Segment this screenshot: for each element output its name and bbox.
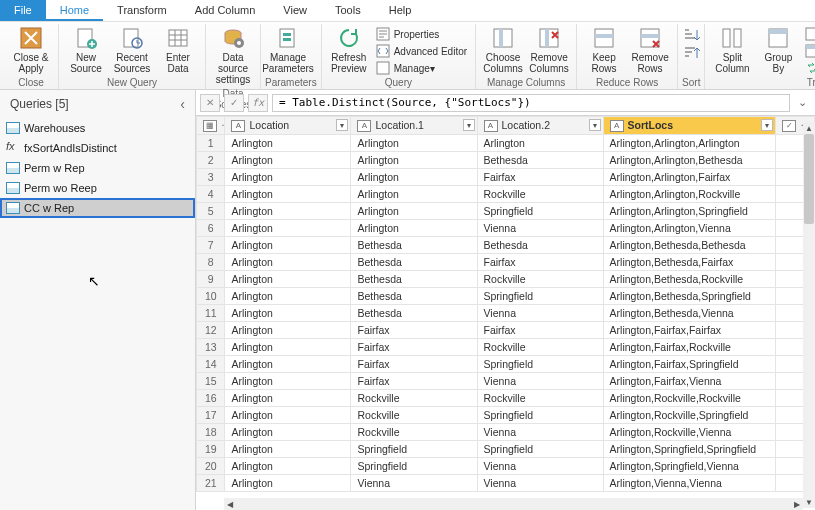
query-item-perm-w-rep[interactable]: Perm w Rep bbox=[0, 158, 195, 178]
cell[interactable]: Arlington bbox=[225, 220, 351, 237]
col-header-location-2[interactable]: ALocation.2▾ bbox=[477, 117, 603, 135]
filter-dropdown-icon[interactable]: ▾ bbox=[336, 119, 348, 131]
cell[interactable]: Rockville bbox=[477, 339, 603, 356]
data-type-button[interactable]: Data Type: Text ▾ bbox=[801, 26, 815, 42]
cell[interactable]: Arlington bbox=[351, 186, 477, 203]
table-row[interactable]: 19ArlingtonSpringfieldSpringfieldArlingt… bbox=[197, 441, 815, 458]
cell[interactable]: Vienna bbox=[477, 373, 603, 390]
cell[interactable]: Arlington bbox=[225, 475, 351, 492]
first-row-headers-button[interactable]: Use First Row as Headers ▾ bbox=[801, 43, 815, 59]
cell[interactable]: Rockville bbox=[351, 424, 477, 441]
col-header-location-1[interactable]: ALocation.1▾ bbox=[351, 117, 477, 135]
remove-columns-button[interactable]: Remove Columns bbox=[526, 24, 572, 76]
cell[interactable]: Vienna bbox=[477, 475, 603, 492]
cell[interactable]: Rockville bbox=[477, 271, 603, 288]
cell[interactable]: Arlington,Arlington,Bethesda bbox=[603, 152, 776, 169]
cell[interactable]: Fairfax bbox=[477, 254, 603, 271]
cell[interactable]: Arlington bbox=[225, 271, 351, 288]
filter-dropdown-icon[interactable]: ▾ bbox=[589, 119, 601, 131]
cell[interactable]: Arlington,Vienna,Vienna bbox=[603, 475, 776, 492]
tab-add-column[interactable]: Add Column bbox=[181, 0, 270, 21]
query-item-perm-wo-reep[interactable]: Perm wo Reep bbox=[0, 178, 195, 198]
cell[interactable]: Fairfax bbox=[351, 339, 477, 356]
replace-values-button[interactable]: Replace Values bbox=[801, 60, 815, 76]
cell[interactable]: Springfield bbox=[351, 441, 477, 458]
cell[interactable]: Arlington bbox=[225, 186, 351, 203]
remove-rows-button[interactable]: Remove Rows bbox=[627, 24, 673, 76]
scroll-right-icon[interactable]: ▶ bbox=[791, 498, 803, 510]
cell[interactable]: Arlington bbox=[225, 305, 351, 322]
enter-data-button[interactable]: Enter Data bbox=[155, 24, 201, 76]
recent-sources-button[interactable]: Recent Sources bbox=[109, 24, 155, 76]
cell[interactable]: Springfield bbox=[477, 407, 603, 424]
cell[interactable]: Arlington,Arlington,Fairfax bbox=[603, 169, 776, 186]
cell[interactable]: Arlington,Bethesda,Fairfax bbox=[603, 254, 776, 271]
scroll-thumb[interactable] bbox=[804, 134, 814, 224]
refresh-preview-button[interactable]: Refresh Preview bbox=[326, 24, 372, 76]
cell[interactable]: Springfield bbox=[477, 441, 603, 458]
query-item-cc-w-rep[interactable]: CC w Rep bbox=[0, 198, 195, 218]
horizontal-scrollbar[interactable]: ◀ ▶ bbox=[224, 498, 803, 510]
cell[interactable]: Arlington bbox=[225, 424, 351, 441]
close-apply-button[interactable]: Close & Apply bbox=[8, 24, 54, 76]
cell[interactable]: Arlington,Fairfax,Rockville bbox=[603, 339, 776, 356]
cell[interactable]: Arlington,Fairfax,Springfield bbox=[603, 356, 776, 373]
cell[interactable]: Arlington,Arlington,Vienna bbox=[603, 220, 776, 237]
cell[interactable]: Arlington,Rockville,Springfield bbox=[603, 407, 776, 424]
cell[interactable]: Arlington bbox=[225, 356, 351, 373]
cell[interactable]: Arlington,Bethesda,Rockville bbox=[603, 271, 776, 288]
cell[interactable]: Arlington,Arlington,Rockville bbox=[603, 186, 776, 203]
cell[interactable]: Arlington,Rockville,Vienna bbox=[603, 424, 776, 441]
cell[interactable]: Springfield bbox=[477, 356, 603, 373]
formula-input[interactable] bbox=[272, 94, 790, 112]
cell[interactable]: Bethesda bbox=[351, 237, 477, 254]
tab-file[interactable]: File bbox=[0, 0, 46, 21]
tab-tools[interactable]: Tools bbox=[321, 0, 375, 21]
cell[interactable]: Arlington,Arlington,Springfield bbox=[603, 203, 776, 220]
table-row[interactable]: 13ArlingtonFairfaxRockvilleArlington,Fai… bbox=[197, 339, 815, 356]
cell[interactable]: Bethesda bbox=[477, 152, 603, 169]
formula-commit-button[interactable]: ✓ bbox=[224, 94, 244, 112]
cell[interactable]: Bethesda bbox=[477, 237, 603, 254]
manage-parameters-button[interactable]: Manage Parameters bbox=[265, 24, 311, 76]
table-row[interactable]: 3ArlingtonArlingtonFairfaxArlington,Arli… bbox=[197, 169, 815, 186]
split-column-button[interactable]: Split Column bbox=[709, 24, 755, 76]
vertical-scrollbar[interactable]: ▲ ▼ bbox=[803, 134, 815, 496]
table-row[interactable]: 14ArlingtonFairfaxSpringfieldArlington,F… bbox=[197, 356, 815, 373]
cell[interactable]: Arlington bbox=[225, 135, 351, 152]
cell[interactable]: Springfield bbox=[477, 203, 603, 220]
cell[interactable]: Arlington bbox=[225, 407, 351, 424]
cell[interactable]: Rockville bbox=[477, 186, 603, 203]
cell[interactable]: Arlington bbox=[225, 254, 351, 271]
cell[interactable]: Arlington bbox=[351, 220, 477, 237]
cell[interactable]: Arlington,Springfield,Vienna bbox=[603, 458, 776, 475]
cell[interactable]: Arlington bbox=[225, 203, 351, 220]
cell[interactable]: Arlington,Bethesda,Springfield bbox=[603, 288, 776, 305]
cell[interactable]: Bethesda bbox=[351, 254, 477, 271]
cell[interactable]: Arlington bbox=[477, 135, 603, 152]
cell[interactable]: Springfield bbox=[477, 288, 603, 305]
tab-view[interactable]: View bbox=[269, 0, 321, 21]
cell[interactable]: Arlington bbox=[225, 441, 351, 458]
cell[interactable]: Bethesda bbox=[351, 288, 477, 305]
data-source-settings-button[interactable]: Data source settings bbox=[210, 24, 256, 87]
cell[interactable]: Arlington,Fairfax,Vienna bbox=[603, 373, 776, 390]
cell[interactable]: Arlington bbox=[351, 135, 477, 152]
group-by-button[interactable]: Group By bbox=[755, 24, 801, 76]
cell[interactable]: Arlington bbox=[225, 373, 351, 390]
cell[interactable]: Arlington,Springfield,Springfield bbox=[603, 441, 776, 458]
col-header-sortlocs[interactable]: ASortLocs▾ bbox=[603, 117, 776, 135]
table-row[interactable]: 2ArlingtonArlingtonBethesdaArlington,Arl… bbox=[197, 152, 815, 169]
table-row[interactable]: 6ArlingtonArlingtonViennaArlington,Arlin… bbox=[197, 220, 815, 237]
cell[interactable]: Arlington bbox=[351, 169, 477, 186]
cell[interactable]: Vienna bbox=[477, 424, 603, 441]
cell[interactable]: Bethesda bbox=[351, 271, 477, 288]
col-header-location[interactable]: ALocation▾ bbox=[225, 117, 351, 135]
cell[interactable]: Fairfax bbox=[351, 356, 477, 373]
cell[interactable]: Arlington,Fairfax,Fairfax bbox=[603, 322, 776, 339]
cell[interactable]: Vienna bbox=[351, 475, 477, 492]
collapse-pane-icon[interactable]: ‹ bbox=[180, 96, 185, 112]
cell[interactable]: Fairfax bbox=[351, 373, 477, 390]
sort-desc-button[interactable] bbox=[682, 46, 700, 62]
cell[interactable]: Vienna bbox=[477, 305, 603, 322]
